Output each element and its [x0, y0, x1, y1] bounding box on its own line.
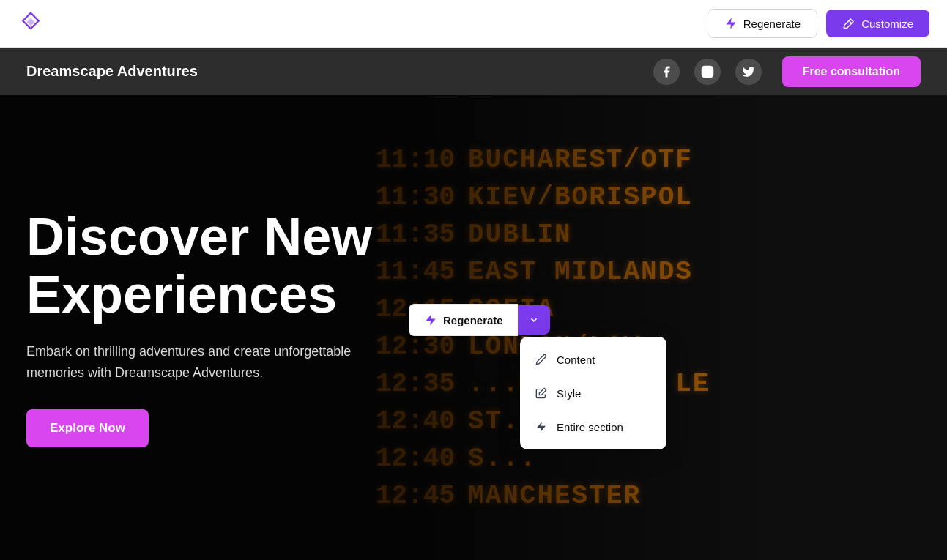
toolbar-actions: Regenerate Customize — [708, 9, 929, 38]
site-navbar: Dreamscape Adventures Free consultation — [0, 48, 947, 95]
top-toolbar: Regenerate Customize — [0, 0, 947, 48]
logo-icon — [18, 10, 44, 37]
customize-button[interactable]: Customize — [826, 10, 929, 37]
regenerate-dropdown: Content Style Entire section — [520, 337, 666, 449]
pen-icon — [535, 387, 548, 400]
twitter-svg — [742, 65, 755, 78]
svg-marker-5 — [426, 315, 436, 326]
svg-marker-6 — [539, 388, 546, 395]
facebook-svg — [660, 65, 673, 78]
logo-area — [18, 10, 44, 37]
regenerate-label: Regenerate — [743, 18, 801, 30]
svg-line-1 — [849, 20, 852, 23]
customize-label: Customize — [861, 18, 913, 30]
regenerate-toolbar-button[interactable]: Regenerate — [708, 9, 817, 38]
explore-now-button[interactable]: Explore Now — [26, 409, 149, 447]
facebook-social-icon[interactable] — [653, 59, 680, 85]
instagram-svg — [701, 65, 714, 78]
regenerate-float-group: Regenerate — [409, 304, 550, 336]
regenerate-float-label: Regenerate — [443, 314, 503, 326]
hero-subtitle: Embark on thrilling adventures and creat… — [26, 341, 378, 384]
regenerate-chevron-button[interactable] — [518, 305, 550, 335]
chevron-down-icon — [529, 315, 539, 325]
hero-title-line2: Experiences — [26, 265, 337, 324]
svg-point-3 — [705, 70, 710, 74]
dropdown-style-label: Style — [557, 387, 581, 400]
site-brand: Dreamscape Adventures — [26, 63, 198, 80]
regenerate-float-button[interactable]: Regenerate — [409, 304, 518, 336]
bolt-icon-toolbar — [724, 17, 738, 30]
pencil-icon — [535, 353, 548, 366]
site-nav-right: Free consultation — [653, 56, 921, 87]
hero-title: Discover New Experiences — [26, 208, 378, 324]
hero-title-line1: Discover New — [26, 207, 372, 266]
hero-section: 11:10 BUCHAREST/OTF 11:30 KIEV/BORISPOL … — [0, 95, 947, 560]
instagram-social-icon[interactable] — [694, 59, 721, 85]
hero-content: Discover New Experiences Embark on thril… — [26, 95, 378, 560]
dropdown-item-style[interactable]: Style — [520, 376, 666, 410]
svg-marker-0 — [726, 18, 736, 29]
dropdown-content-label: Content — [557, 354, 595, 366]
magic-wand-icon — [842, 17, 855, 30]
svg-marker-7 — [537, 422, 546, 431]
twitter-social-icon[interactable] — [735, 59, 762, 85]
dropdown-item-entire-section[interactable]: Entire section — [520, 410, 666, 444]
bolt-icon-float — [424, 313, 437, 326]
dropdown-item-content[interactable]: Content — [520, 343, 666, 376]
bolt-icon-dropdown — [535, 420, 548, 433]
free-consultation-button[interactable]: Free consultation — [782, 56, 921, 87]
svg-point-4 — [710, 68, 711, 70]
dropdown-entire-section-label: Entire section — [557, 421, 623, 433]
